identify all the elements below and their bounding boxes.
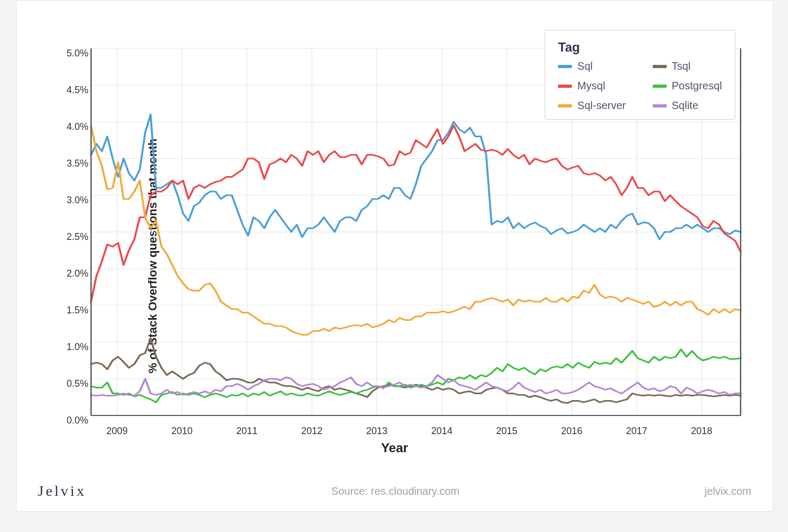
- y-tick: 2.5%: [67, 231, 88, 243]
- x-tick: 2016: [561, 426, 582, 437]
- footer: Jelvix Source: res.cloudinary.com jelvix…: [17, 483, 773, 500]
- y-tick: 4.5%: [67, 85, 88, 96]
- legend-swatch-icon: [558, 104, 572, 107]
- y-tick: 1.0%: [67, 342, 88, 353]
- x-tick: 2015: [496, 426, 518, 437]
- x-axis-label: Year: [17, 440, 773, 455]
- y-tick: 1.5%: [67, 305, 88, 316]
- source-text: Source: res.cloudinary.com: [331, 485, 459, 497]
- legend-label: Tsql: [672, 60, 691, 72]
- legend-item-sql: Sql: [558, 60, 626, 72]
- brand-logo: Jelvix: [38, 483, 86, 500]
- legend-item-mysql: Mysql: [558, 80, 626, 92]
- x-tick: 2014: [431, 426, 453, 437]
- legend-swatch-icon: [558, 85, 572, 88]
- legend: Tag SqlMysqlSql-serverTsqlPostgresqlSqli…: [545, 30, 735, 120]
- y-tick: 2.0%: [67, 268, 88, 279]
- legend-swatch-icon: [653, 104, 667, 107]
- y-tick: 3.0%: [67, 195, 88, 206]
- y-tick: 0.5%: [67, 378, 88, 389]
- legend-swatch-icon: [653, 65, 667, 68]
- series-sql-server: [91, 126, 741, 335]
- legend-item-postgresql: Postgresql: [653, 80, 723, 92]
- x-tick: 2018: [691, 426, 712, 437]
- legend-swatch-icon: [653, 85, 667, 88]
- chart-card: % of Stack Overflow questions that month…: [16, 0, 773, 512]
- x-tick: 2017: [626, 426, 647, 437]
- x-tick: 2011: [236, 426, 258, 437]
- legend-label: Postgresql: [672, 80, 723, 92]
- y-tick: 3.5%: [67, 158, 88, 169]
- x-tick: 2010: [171, 426, 193, 437]
- series-mysql: [91, 126, 741, 302]
- x-tick: 2013: [366, 426, 388, 437]
- x-tick: 2009: [106, 426, 128, 437]
- legend-swatch-icon: [558, 65, 572, 68]
- series-sql: [91, 114, 741, 239]
- legend-label: Sql: [577, 60, 593, 72]
- site-link: jelvix.com: [704, 485, 751, 497]
- legend-label: Sqlite: [672, 99, 699, 112]
- x-tick: 2012: [301, 426, 323, 437]
- legend-title: Tag: [558, 40, 722, 55]
- legend-label: Sql-server: [577, 99, 626, 112]
- legend-item-sqlite: Sqlite: [653, 99, 723, 112]
- legend-item-tsql: Tsql: [653, 60, 723, 72]
- series-sqlite: [91, 375, 741, 396]
- legend-item-sql-server: Sql-server: [558, 99, 626, 112]
- y-tick: 5.0%: [67, 48, 88, 59]
- legend-label: Mysql: [577, 80, 605, 92]
- y-tick: 4.0%: [67, 121, 88, 132]
- y-tick: 0.0%: [67, 415, 88, 426]
